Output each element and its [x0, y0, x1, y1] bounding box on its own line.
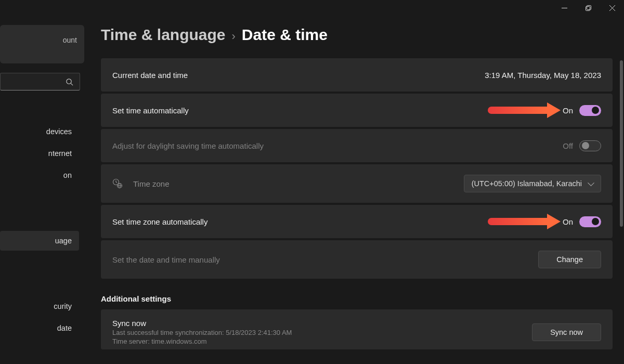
minimize-button[interactable] — [552, 0, 576, 16]
annotation-arrow-icon — [488, 104, 561, 116]
nav: devices nternet on uage curity date — [0, 122, 86, 338]
dst-toggle — [579, 140, 601, 151]
nav-item-security[interactable]: curity — [0, 296, 79, 316]
account-tile[interactable]: ount — [0, 25, 84, 63]
card-dst: Adjust for daylight saving time automati… — [101, 129, 613, 162]
close-button[interactable] — [600, 0, 624, 16]
nav-item-on[interactable]: on — [0, 165, 79, 185]
nav-gap — [0, 187, 86, 207]
svg-line-6 — [71, 83, 73, 85]
set-tz-auto-toggle[interactable] — [579, 216, 601, 227]
search-icon — [66, 78, 73, 86]
sidebar: ount devices nternet on uage curity date — [0, 5, 86, 364]
main-content: Time & language › Date & time Current da… — [86, 5, 624, 364]
nav-item-devices[interactable]: devices — [0, 122, 79, 141]
account-label: ount — [63, 36, 77, 44]
toggle-state-text: On — [563, 217, 573, 226]
breadcrumb: Time & language › Date & time — [101, 26, 613, 44]
nav-item-language[interactable]: uage — [0, 231, 79, 251]
globe-clock-icon — [112, 178, 123, 189]
time-zone-select[interactable]: (UTC+05:00) Islamabad, Karachi — [464, 175, 601, 192]
set-time-auto-toggle-group: On — [563, 105, 601, 116]
current-datetime-label: Current date and time — [112, 71, 188, 80]
time-zone-value: (UTC+05:00) Islamabad, Karachi — [472, 179, 582, 188]
nav-gap — [0, 275, 86, 294]
svg-point-5 — [67, 79, 71, 83]
page-title: Date & time — [242, 26, 328, 44]
nav-item-internet[interactable]: nternet — [0, 144, 79, 163]
window-controls — [552, 0, 624, 16]
card-current-datetime: Current date and time 3:19 AM, Thursday,… — [101, 58, 613, 92]
breadcrumb-parent[interactable]: Time & language — [101, 26, 226, 44]
card-sync: Sync now Last successful time synchroniz… — [101, 309, 613, 349]
nav-gap — [0, 209, 86, 229]
card-set-tz-auto: Set time zone automatically On — [101, 205, 613, 238]
sync-title: Sync now — [112, 319, 292, 328]
set-time-auto-toggle[interactable] — [579, 105, 601, 116]
svg-rect-2 — [587, 5, 591, 9]
dst-label: Adjust for daylight saving time automati… — [112, 141, 264, 150]
set-tz-auto-toggle-group: On — [563, 216, 601, 227]
svg-line-9 — [116, 182, 117, 183]
svg-rect-1 — [586, 6, 590, 10]
scrollbar[interactable] — [620, 60, 623, 227]
nav-gap — [0, 253, 86, 272]
sync-server: Time server: time.windows.com — [112, 337, 292, 345]
maximize-button[interactable] — [576, 0, 600, 16]
sync-last-success: Last successful time synchronization: 5/… — [112, 329, 292, 336]
change-button[interactable]: Change — [538, 251, 601, 268]
time-zone-label: Time zone — [133, 179, 169, 188]
current-datetime-value: 3:19 AM, Thursday, May 18, 2023 — [485, 71, 601, 80]
chevron-right-icon: › — [232, 30, 236, 43]
sync-now-button[interactable]: Sync now — [532, 323, 601, 341]
dst-toggle-group: Off — [563, 140, 601, 151]
card-time-zone: Time zone (UTC+05:00) Islamabad, Karachi — [101, 164, 613, 203]
nav-item-update[interactable]: date — [0, 318, 79, 338]
card-set-time-auto: Set time automatically On — [101, 94, 613, 127]
toggle-state-text: Off — [563, 141, 573, 150]
card-manual-time: Set the date and time manually Change — [101, 240, 613, 279]
annotation-arrow-icon — [488, 215, 561, 228]
set-tz-auto-label: Set time zone automatically — [112, 217, 207, 226]
search-input[interactable] — [0, 73, 80, 90]
additional-settings-header: Additional settings — [101, 294, 613, 303]
set-time-auto-label: Set time automatically — [112, 106, 189, 115]
manual-time-label: Set the date and time manually — [112, 255, 220, 264]
toggle-state-text: On — [563, 106, 573, 115]
